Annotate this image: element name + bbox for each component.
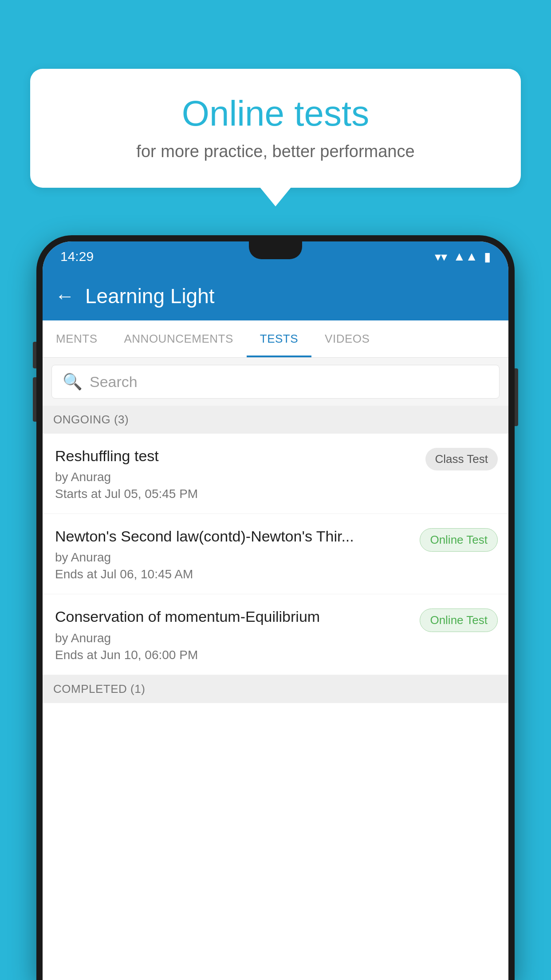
tab-tests[interactable]: TESTS xyxy=(247,320,311,357)
bubble-title: Online tests xyxy=(57,93,494,134)
test-title-reshuffling: Reshuffling test xyxy=(55,446,418,466)
tab-announcements[interactable]: ANNOUNCEMENTS xyxy=(111,320,247,357)
back-button[interactable]: ← xyxy=(55,285,75,307)
test-item-reshuffling[interactable]: Reshuffling test by Anurag Starts at Jul… xyxy=(43,434,508,514)
test-title-conservation: Conservation of momentum-Equilibrium xyxy=(55,607,413,626)
app-bar-title: Learning Light xyxy=(85,284,215,308)
test-badge-reshuffling: Class Test xyxy=(425,448,498,470)
side-button-volume-up xyxy=(33,342,36,368)
test-item-conservation[interactable]: Conservation of momentum-Equilibrium by … xyxy=(43,594,508,675)
phone-notch xyxy=(249,241,302,259)
test-item-newton[interactable]: Newton's Second law(contd)-Newton's Thir… xyxy=(43,514,508,594)
tab-ments[interactable]: MENTS xyxy=(43,320,111,357)
search-container: 🔍 Search xyxy=(43,358,508,406)
app-bar: ← Learning Light xyxy=(43,272,508,320)
search-icon: 🔍 xyxy=(63,372,83,391)
battery-icon: ▮ xyxy=(484,249,491,264)
ongoing-section-header: ONGOING (3) xyxy=(43,406,508,434)
tests-list: Reshuffling test by Anurag Starts at Jul… xyxy=(43,434,508,980)
test-info-reshuffling: Reshuffling test by Anurag Starts at Jul… xyxy=(55,446,418,501)
status-time: 14:29 xyxy=(60,249,94,264)
completed-section-header: COMPLETED (1) xyxy=(43,675,508,703)
phone-screen: 14:29 ▾▾ ▲▲ ▮ ← Learning Light MENTS ANN… xyxy=(43,241,508,980)
test-info-conservation: Conservation of momentum-Equilibrium by … xyxy=(55,607,413,662)
test-author-reshuffling: by Anurag xyxy=(55,470,418,484)
completed-header-text: COMPLETED (1) xyxy=(53,682,145,695)
wifi-icon: ▾▾ xyxy=(435,249,447,264)
phone-shell: 14:29 ▾▾ ▲▲ ▮ ← Learning Light MENTS ANN… xyxy=(36,235,515,980)
side-button-volume-down xyxy=(33,377,36,422)
bubble-subtitle: for more practice, better performance xyxy=(57,142,494,161)
tab-videos[interactable]: VIDEOS xyxy=(311,320,383,357)
test-title-newton: Newton's Second law(contd)-Newton's Thir… xyxy=(55,526,413,546)
ongoing-header-text: ONGOING (3) xyxy=(53,413,129,426)
side-button-power xyxy=(515,368,518,426)
test-date-conservation: Ends at Jun 10, 06:00 PM xyxy=(55,648,413,662)
test-date-reshuffling: Starts at Jul 05, 05:45 PM xyxy=(55,487,418,501)
test-badge-newton: Online Test xyxy=(420,528,498,552)
test-author-conservation: by Anurag xyxy=(55,631,413,645)
speech-bubble: Online tests for more practice, better p… xyxy=(30,69,521,188)
status-icons: ▾▾ ▲▲ ▮ xyxy=(435,249,491,264)
tabs-bar: MENTS ANNOUNCEMENTS TESTS VIDEOS xyxy=(43,320,508,358)
test-date-newton: Ends at Jul 06, 10:45 AM xyxy=(55,567,413,581)
search-placeholder: Search xyxy=(90,373,138,391)
test-badge-conservation: Online Test xyxy=(420,609,498,632)
test-info-newton: Newton's Second law(contd)-Newton's Thir… xyxy=(55,526,413,581)
search-box[interactable]: 🔍 Search xyxy=(51,365,500,399)
test-author-newton: by Anurag xyxy=(55,550,413,565)
signal-icon: ▲▲ xyxy=(453,249,478,264)
